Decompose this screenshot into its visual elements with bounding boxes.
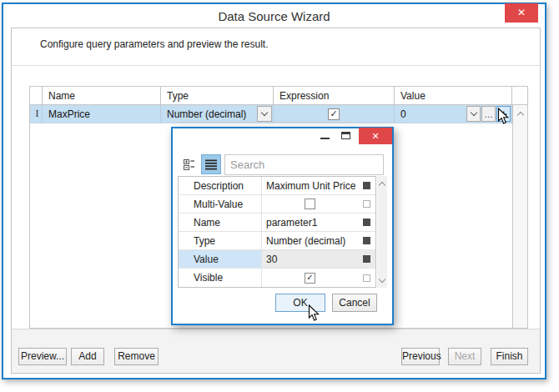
table-scrollbar[interactable] [512, 105, 527, 328]
list-view-icon [205, 159, 217, 170]
type-cell-text: Number (decimal) [167, 108, 246, 120]
property-value[interactable]: Number (decimal) [262, 232, 358, 249]
value-set-marker [363, 237, 370, 244]
property-marker-cell [358, 195, 375, 213]
check-icon: ✓ [330, 109, 337, 118]
property-marker-cell [358, 269, 375, 287]
column-header-name: Name [43, 87, 161, 105]
footer-left-buttons: Preview... Add Remove [18, 348, 159, 365]
close-icon[interactable]: ✕ [505, 3, 538, 23]
value-set-marker [363, 255, 370, 263]
property-row-description[interactable]: Description Maximum Unit Price [179, 177, 375, 195]
type-dropdown-button[interactable] [257, 106, 272, 122]
table-row[interactable]: I MaxPrice Number (decimal) ✓ [30, 105, 512, 123]
property-marker-cell [358, 232, 375, 249]
window-title: Data Source Wizard [3, 4, 545, 29]
row-indicator-cell: I [30, 105, 43, 123]
name-cell[interactable]: MaxPrice [43, 105, 161, 123]
search-input[interactable] [224, 154, 384, 175]
scroll-up-icon[interactable] [379, 182, 385, 188]
scrollbar-header-spacer [512, 87, 527, 105]
screen: Data Source Wizard ✕ Configure query par… [0, 0, 559, 392]
alphabetical-view-button[interactable] [201, 154, 221, 174]
instruction-text: Configure query parameters and preview t… [40, 38, 268, 50]
table-header-row: Name Type Expression Value [30, 87, 527, 105]
expression-checkbox[interactable]: ✓ [328, 108, 340, 120]
edit-indicator-icon: I [33, 108, 39, 120]
value-cell[interactable]: 0 … + [395, 105, 512, 123]
categorized-view-button[interactable] [180, 155, 199, 173]
popup-toolbar [173, 153, 392, 175]
value-ellipsis-button[interactable]: … [481, 106, 496, 122]
header-divider [12, 65, 540, 66]
window-titlebar[interactable]: Data Source Wizard ✕ [3, 4, 545, 28]
column-header-value: Value [395, 87, 512, 105]
property-label: Name [179, 214, 262, 231]
property-label: Description [179, 177, 262, 194]
property-grid: Description Maximum Unit Price Multi-Val… [178, 176, 376, 288]
value-cell-text: 0 [400, 108, 406, 120]
check-icon: ✓ [306, 274, 313, 282]
property-label: Value [179, 250, 262, 268]
property-label: Type [179, 232, 262, 249]
property-row-visible[interactable]: Visible ✓ [179, 269, 375, 287]
property-label: Visible [179, 269, 262, 287]
preview-button[interactable]: Preview... [18, 348, 67, 365]
popup-titlebar[interactable]: ✕ [173, 128, 392, 147]
value-plus-button[interactable]: + [496, 106, 511, 122]
remove-button[interactable]: Remove [114, 348, 159, 365]
property-marker-cell [358, 250, 375, 268]
value-default-marker [363, 200, 370, 208]
multi-value-checkbox[interactable] [305, 199, 315, 209]
ok-button[interactable]: OK [275, 294, 325, 312]
property-value[interactable]: Maximum Unit Price [262, 177, 358, 194]
scroll-down-icon[interactable] [379, 276, 385, 283]
minimize-icon[interactable] [320, 138, 330, 139]
type-cell[interactable]: Number (decimal) [161, 105, 274, 123]
value-set-marker [363, 219, 370, 226]
previous-button[interactable]: Previous [401, 348, 440, 365]
value-set-marker [363, 182, 370, 189]
property-marker-cell [358, 177, 375, 194]
next-button: Next [448, 348, 481, 365]
property-marker-cell [358, 214, 375, 231]
column-header-expression: Expression [274, 87, 395, 105]
close-icon[interactable]: ✕ [359, 128, 392, 144]
property-value: ✓ [262, 269, 358, 287]
value-editor-buttons: … + [466, 106, 511, 123]
row-indicator-header [30, 87, 43, 105]
column-header-type: Type [161, 87, 274, 105]
property-value [262, 195, 358, 213]
finish-button[interactable]: Finish [491, 348, 528, 365]
chevron-down-icon [261, 109, 268, 116]
property-label: Multi-Value [179, 195, 262, 213]
value-dropdown-button[interactable] [466, 106, 481, 122]
add-button[interactable]: Add [71, 348, 104, 365]
parameter-properties-popup: ✕ [171, 127, 394, 325]
expression-cell: ✓ [274, 105, 395, 123]
property-row-name[interactable]: Name parameter1 [179, 214, 375, 232]
popup-scrollbar[interactable] [377, 176, 387, 288]
property-row-type[interactable]: Type Number (decimal) [179, 232, 375, 250]
value-default-marker [363, 274, 370, 282]
data-source-wizard-window: Data Source Wizard ✕ Configure query par… [2, 3, 546, 379]
property-value[interactable]: 30 [262, 250, 358, 268]
visible-checkbox[interactable]: ✓ [305, 273, 315, 284]
categorized-view-icon [184, 158, 196, 171]
property-value[interactable]: parameter1 [262, 214, 358, 231]
chevron-down-icon [470, 109, 476, 116]
wizard-footer: Preview... Add Remove Previous Next Fini… [12, 329, 540, 373]
maximize-icon[interactable] [341, 132, 350, 139]
scroll-up-icon[interactable] [516, 112, 523, 118]
property-row-value[interactable]: Value 30 [179, 250, 375, 269]
property-row-multi-value[interactable]: Multi-Value [179, 195, 375, 214]
cancel-button[interactable]: Cancel [332, 294, 377, 312]
footer-right-buttons: Previous Next Finish [401, 348, 528, 365]
wizard-content-panel: Configure query parameters and preview t… [11, 28, 541, 374]
